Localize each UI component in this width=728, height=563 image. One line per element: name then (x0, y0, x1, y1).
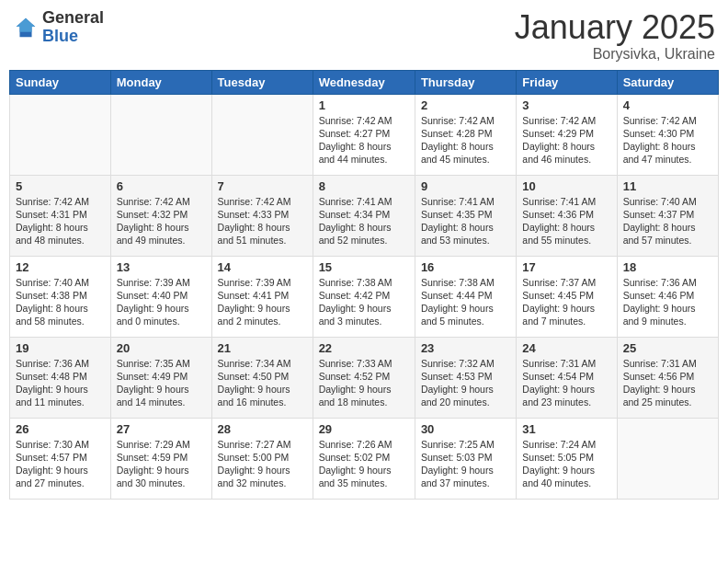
calendar-header-row: SundayMondayTuesdayWednesdayThursdayFrid… (10, 70, 719, 94)
calendar-cell: 28Sunrise: 7:27 AMSunset: 5:00 PMDayligh… (211, 418, 313, 499)
day-number: 4 (623, 98, 712, 112)
calendar-cell: 19Sunrise: 7:36 AMSunset: 4:48 PMDayligh… (10, 337, 111, 418)
calendar-cell: 17Sunrise: 7:37 AMSunset: 4:45 PMDayligh… (517, 256, 617, 337)
calendar-cell: 15Sunrise: 7:38 AMSunset: 4:42 PMDayligh… (313, 256, 415, 337)
day-info: Sunrise: 7:35 AMSunset: 4:49 PMDaylight:… (117, 357, 206, 409)
day-number: 3 (522, 98, 610, 112)
calendar-cell: 21Sunrise: 7:34 AMSunset: 4:50 PMDayligh… (211, 337, 313, 418)
day-info: Sunrise: 7:39 AMSunset: 4:41 PMDaylight:… (218, 276, 307, 328)
calendar-cell: 24Sunrise: 7:31 AMSunset: 4:54 PMDayligh… (517, 337, 617, 418)
calendar-cell: 4Sunrise: 7:42 AMSunset: 4:30 PMDaylight… (617, 94, 718, 175)
day-info: Sunrise: 7:33 AMSunset: 4:52 PMDaylight:… (319, 357, 409, 409)
day-number: 10 (522, 179, 610, 193)
day-number: 14 (218, 260, 307, 274)
day-info: Sunrise: 7:42 AMSunset: 4:33 PMDaylight:… (218, 195, 307, 247)
calendar-day-header: Tuesday (211, 70, 313, 94)
day-info: Sunrise: 7:36 AMSunset: 4:48 PMDaylight:… (16, 357, 105, 409)
day-number: 23 (421, 341, 510, 355)
calendar-cell: 12Sunrise: 7:40 AMSunset: 4:38 PMDayligh… (10, 256, 111, 337)
calendar-day-header: Friday (517, 70, 617, 94)
calendar-cell: 13Sunrise: 7:39 AMSunset: 4:40 PMDayligh… (110, 256, 211, 337)
logo-text: General Blue (42, 9, 104, 46)
day-info: Sunrise: 7:42 AMSunset: 4:27 PMDaylight:… (319, 114, 409, 167)
calendar-cell: 26Sunrise: 7:30 AMSunset: 4:57 PMDayligh… (10, 418, 111, 499)
day-number: 21 (218, 341, 307, 355)
calendar-cell: 23Sunrise: 7:32 AMSunset: 4:53 PMDayligh… (415, 337, 516, 418)
calendar-cell (211, 94, 313, 175)
calendar-cell (617, 418, 718, 499)
calendar-week-row: 1Sunrise: 7:42 AMSunset: 4:27 PMDaylight… (10, 94, 719, 175)
day-info: Sunrise: 7:42 AMSunset: 4:28 PMDaylight:… (421, 114, 510, 167)
day-number: 11 (623, 179, 712, 193)
day-number: 19 (16, 341, 105, 355)
day-info: Sunrise: 7:42 AMSunset: 4:29 PMDaylight:… (522, 114, 610, 167)
calendar-day-header: Monday (110, 70, 211, 94)
day-number: 20 (117, 341, 206, 355)
calendar-cell: 16Sunrise: 7:38 AMSunset: 4:44 PMDayligh… (415, 256, 516, 337)
day-info: Sunrise: 7:29 AMSunset: 4:59 PMDaylight:… (117, 438, 206, 490)
day-number: 6 (117, 179, 206, 193)
day-number: 7 (218, 179, 307, 193)
day-number: 29 (319, 422, 409, 436)
calendar-cell: 2Sunrise: 7:42 AMSunset: 4:28 PMDaylight… (415, 94, 516, 175)
day-info: Sunrise: 7:41 AMSunset: 4:36 PMDaylight:… (522, 195, 610, 247)
day-info: Sunrise: 7:26 AMSunset: 5:02 PMDaylight:… (319, 438, 409, 490)
logo: General Blue (13, 9, 104, 46)
day-info: Sunrise: 7:25 AMSunset: 5:03 PMDaylight:… (421, 438, 510, 490)
day-info: Sunrise: 7:42 AMSunset: 4:32 PMDaylight:… (117, 195, 206, 247)
day-info: Sunrise: 7:38 AMSunset: 4:42 PMDaylight:… (319, 276, 409, 328)
logo-general-text: General (42, 9, 104, 28)
day-number: 30 (421, 422, 510, 436)
calendar-table: SundayMondayTuesdayWednesdayThursdayFrid… (9, 70, 719, 500)
day-number: 12 (16, 260, 105, 274)
day-number: 8 (319, 179, 409, 193)
day-number: 16 (421, 260, 510, 274)
day-number: 1 (319, 98, 409, 112)
svg-marker-1 (17, 18, 36, 32)
day-info: Sunrise: 7:31 AMSunset: 4:56 PMDaylight:… (623, 357, 712, 409)
logo-blue-text: Blue (42, 28, 104, 46)
day-number: 17 (522, 260, 610, 274)
month-title: January 2025 (515, 9, 715, 46)
day-number: 24 (522, 341, 610, 355)
calendar-week-row: 19Sunrise: 7:36 AMSunset: 4:48 PMDayligh… (10, 337, 719, 418)
day-number: 5 (16, 179, 105, 193)
calendar-cell: 3Sunrise: 7:42 AMSunset: 4:29 PMDaylight… (517, 94, 617, 175)
calendar-cell: 11Sunrise: 7:40 AMSunset: 4:37 PMDayligh… (617, 175, 718, 256)
day-number: 25 (623, 341, 712, 355)
calendar-cell: 1Sunrise: 7:42 AMSunset: 4:27 PMDaylight… (313, 94, 415, 175)
day-info: Sunrise: 7:42 AMSunset: 4:30 PMDaylight:… (623, 114, 712, 167)
calendar-cell: 10Sunrise: 7:41 AMSunset: 4:36 PMDayligh… (517, 175, 617, 256)
location-title: Borysivka, Ukraine (515, 46, 715, 63)
calendar-cell: 8Sunrise: 7:41 AMSunset: 4:34 PMDaylight… (313, 175, 415, 256)
calendar-cell (10, 94, 111, 175)
calendar-day-header: Thursday (415, 70, 516, 94)
day-info: Sunrise: 7:31 AMSunset: 4:54 PMDaylight:… (522, 357, 610, 409)
day-info: Sunrise: 7:37 AMSunset: 4:45 PMDaylight:… (522, 276, 610, 328)
calendar-week-row: 26Sunrise: 7:30 AMSunset: 4:57 PMDayligh… (10, 418, 719, 499)
page-header: General Blue January 2025 Borysivka, Ukr… (9, 9, 719, 63)
day-number: 26 (16, 422, 105, 436)
calendar-week-row: 12Sunrise: 7:40 AMSunset: 4:38 PMDayligh… (10, 256, 719, 337)
calendar-day-header: Saturday (617, 70, 718, 94)
day-info: Sunrise: 7:41 AMSunset: 4:35 PMDaylight:… (421, 195, 510, 247)
day-info: Sunrise: 7:40 AMSunset: 4:38 PMDaylight:… (16, 276, 105, 328)
day-number: 2 (421, 98, 510, 112)
day-info: Sunrise: 7:38 AMSunset: 4:44 PMDaylight:… (421, 276, 510, 328)
calendar-cell: 30Sunrise: 7:25 AMSunset: 5:03 PMDayligh… (415, 418, 516, 499)
day-info: Sunrise: 7:24 AMSunset: 5:05 PMDaylight:… (522, 438, 610, 490)
calendar-cell: 29Sunrise: 7:26 AMSunset: 5:02 PMDayligh… (313, 418, 415, 499)
calendar-cell: 18Sunrise: 7:36 AMSunset: 4:46 PMDayligh… (617, 256, 718, 337)
day-info: Sunrise: 7:30 AMSunset: 4:57 PMDaylight:… (16, 438, 105, 490)
day-info: Sunrise: 7:32 AMSunset: 4:53 PMDaylight:… (421, 357, 510, 409)
title-block: January 2025 Borysivka, Ukraine (515, 9, 715, 63)
day-number: 9 (421, 179, 510, 193)
calendar-cell: 5Sunrise: 7:42 AMSunset: 4:31 PMDaylight… (10, 175, 111, 256)
day-info: Sunrise: 7:40 AMSunset: 4:37 PMDaylight:… (623, 195, 712, 247)
calendar-cell: 20Sunrise: 7:35 AMSunset: 4:49 PMDayligh… (110, 337, 211, 418)
day-info: Sunrise: 7:27 AMSunset: 5:00 PMDaylight:… (218, 438, 307, 490)
calendar-cell: 7Sunrise: 7:42 AMSunset: 4:33 PMDaylight… (211, 175, 313, 256)
calendar-cell: 9Sunrise: 7:41 AMSunset: 4:35 PMDaylight… (415, 175, 516, 256)
day-info: Sunrise: 7:39 AMSunset: 4:40 PMDaylight:… (117, 276, 206, 328)
calendar-day-header: Sunday (10, 70, 111, 94)
